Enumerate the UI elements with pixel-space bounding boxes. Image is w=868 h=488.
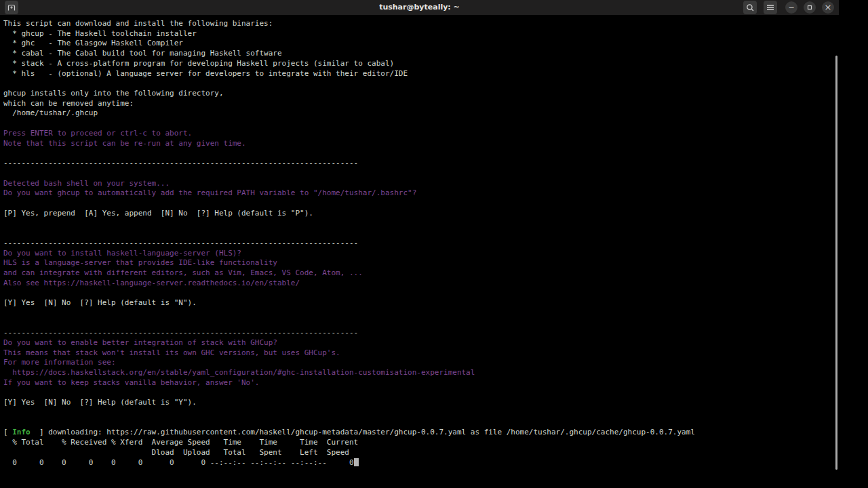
terminal-line — [3, 388, 868, 399]
terminal-line: [ Info ] downloading: https://raw.github… — [3, 428, 868, 438]
terminal-line: ----------------------------------------… — [3, 239, 868, 249]
terminal-line: This script can download and install the… — [3, 19, 868, 29]
terminal-line: % Total % Received % Xferd Average Speed… — [3, 438, 868, 448]
terminal-text-segment: * cabal - The Cabal build tool for manag… — [3, 49, 282, 58]
search-icon — [746, 3, 755, 12]
terminal-line: Also see https://haskell-language-server… — [3, 279, 868, 289]
terminal-text-segment: ] downloading: https://raw.githubusercon… — [31, 428, 695, 436]
terminal-text-segment: [Y] Yes [N] No [?] Help (default is "Y")… — [3, 398, 197, 407]
terminal-line: ----------------------------------------… — [3, 159, 868, 169]
terminal-text-segment: Note that this script can be re-run at a… — [3, 139, 246, 148]
terminal-text-segment: https://docs.haskellstack.org/en/stable/… — [3, 368, 475, 377]
terminal-line: Detected bash shell on your system... — [3, 179, 868, 189]
terminal-text-segment: ghcup installs only into the following d… — [3, 89, 224, 98]
terminal-line — [3, 169, 868, 179]
terminal-text-segment: ----------------------------------------… — [3, 159, 358, 167]
close-button[interactable]: × — [822, 1, 834, 14]
terminal-line: * ghc - The Glasgow Haskell Compiler — [3, 39, 868, 49]
terminal-text-segment: Detected bash shell on your system... — [3, 179, 170, 188]
terminal-line: * stack - A cross-platform program for d… — [3, 59, 868, 69]
terminal-line: * ghcup - The Haskell toolchain installe… — [3, 29, 868, 39]
terminal-text-segment: /home/tushar/.ghcup — [3, 108, 98, 117]
terminal-line: ----------------------------------------… — [3, 328, 868, 338]
terminal-line: Note that this script can be re-run at a… — [3, 139, 868, 149]
terminal-line: Do you want ghcup to automatically add t… — [3, 188, 868, 199]
new-tab-button[interactable] — [5, 1, 18, 14]
terminal-line — [3, 79, 868, 89]
window-title: tushar@byteally: ~ — [0, 0, 839, 15]
terminal-line: HLS is a language-server that provides I… — [3, 258, 868, 268]
terminal-text-segment: For more information see: — [3, 358, 116, 367]
terminal-line: Dload Upload Total Spent Left Speed — [3, 448, 868, 458]
terminal-text-segment: Also see https://haskell-language-server… — [3, 279, 300, 287]
terminal-line: ghcup installs only into the following d… — [3, 89, 868, 99]
terminal-line — [3, 119, 868, 129]
terminal-text-segment: [P] Yes, prepend [A] Yes, append [N] No … — [3, 209, 313, 218]
terminal-line: https://docs.haskellstack.org/en/stable/… — [3, 368, 868, 378]
terminal-text-segment: Do you want ghcup to automatically add t… — [3, 188, 416, 197]
terminal-text-segment: * stack - A cross-platform program for d… — [3, 59, 394, 68]
restore-icon — [806, 4, 813, 11]
terminal-line: which can be removed anytime: — [3, 99, 868, 109]
terminal-line: /home/tushar/.ghcup — [3, 108, 868, 119]
maximize-button[interactable] — [804, 1, 816, 14]
terminal-line — [3, 228, 868, 239]
titlebar[interactable]: tushar@byteally: ~ − — [0, 0, 839, 15]
terminal-line — [3, 308, 868, 319]
terminal-text-segment: Info — [12, 428, 31, 436]
terminal-text-segment: * ghcup - The Haskell toolchain installe… — [3, 29, 197, 38]
terminal-text-segment: This means that stack won't install its … — [3, 348, 340, 357]
scrollbar[interactable] — [835, 56, 837, 470]
terminal-cursor — [354, 458, 359, 466]
terminal-text-segment: ----------------------------------------… — [3, 328, 358, 337]
terminal-text-segment: * ghc - The Glasgow Haskell Compiler — [3, 39, 183, 47]
terminal-text-segment: % Total % Received % Xferd Average Speed… — [3, 438, 358, 447]
terminal-line: For more information see: — [3, 358, 868, 368]
minimize-icon: − — [788, 4, 794, 12]
terminal-line: [P] Yes, prepend [A] Yes, append [N] No … — [3, 209, 868, 219]
terminal-line: Press ENTER to proceed or ctrl-c to abor… — [3, 129, 868, 139]
terminal-text-segment: Press ENTER to proceed or ctrl-c to abor… — [3, 129, 192, 138]
terminal-text-segment: * hls - (optional) A language server for… — [3, 69, 408, 78]
terminal-line: * hls - (optional) A language server for… — [3, 69, 868, 79]
terminal-line — [3, 288, 868, 298]
new-tab-icon — [7, 3, 16, 12]
terminal-line — [3, 418, 868, 428]
menu-button[interactable] — [764, 1, 777, 14]
terminal-line — [3, 199, 868, 209]
terminal-line: 0 0 0 0 0 0 0 0 --:--:-- --:--:-- --:--:… — [3, 458, 868, 468]
close-icon: × — [825, 3, 832, 12]
terminal-line — [3, 319, 868, 329]
terminal-line — [3, 148, 868, 159]
terminal-text-segment: and can integrate with different editors… — [3, 268, 363, 277]
terminal-line: Do you want to enable better integration… — [3, 338, 868, 348]
terminal-text-segment: This script can download and install the… — [3, 19, 273, 28]
terminal-text-segment: Dload Upload Total Spent Left Speed — [3, 448, 349, 457]
terminal-line: This means that stack won't install its … — [3, 348, 868, 359]
terminal-text-segment: 0 0 0 0 0 0 0 0 --:--:-- --:--:-- --:--:… — [3, 458, 354, 467]
search-button[interactable] — [743, 1, 757, 14]
terminal-output[interactable]: This script can download and install the… — [0, 15, 868, 488]
terminal-text-segment: Do you want to enable better integration… — [3, 338, 277, 347]
terminal-text-segment: If you want to keep stacks vanilla behav… — [3, 378, 260, 387]
hamburger-menu-icon — [766, 4, 774, 11]
terminal-text-segment: Do you want to install haskell-language-… — [3, 249, 241, 258]
terminal-line: [Y] Yes [N] No [?] Help (default is "N")… — [3, 298, 868, 308]
terminal-text-segment: [ — [3, 428, 12, 436]
minimize-button[interactable]: − — [785, 1, 797, 14]
terminal-text-segment: ----------------------------------------… — [3, 239, 358, 247]
terminal-line — [3, 218, 868, 228]
terminal-line: [Y] Yes [N] No [?] Help (default is "Y")… — [3, 398, 868, 408]
terminal-line: * cabal - The Cabal build tool for manag… — [3, 49, 868, 59]
terminal-text-segment: HLS is a language-server that provides I… — [3, 258, 277, 267]
terminal-line: Do you want to install haskell-language-… — [3, 249, 868, 259]
terminal-text-segment: [Y] Yes [N] No [?] Help (default is "N")… — [3, 298, 197, 307]
terminal-line — [3, 408, 868, 418]
terminal-line: and can integrate with different editors… — [3, 268, 868, 279]
terminal-text-segment: which can be removed anytime: — [3, 99, 134, 108]
terminal-line: If you want to keep stacks vanilla behav… — [3, 378, 868, 388]
